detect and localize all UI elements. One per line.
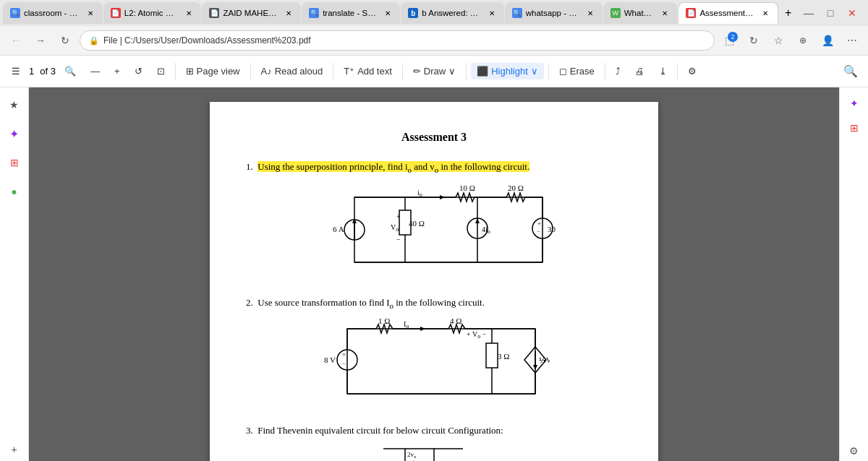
q2-text: Use source transformation to find Io in … (258, 297, 485, 308)
profile-icon[interactable]: 👤 (817, 30, 838, 51)
tab-close-4[interactable]: ✕ (383, 8, 393, 18)
print-button[interactable]: 🖨 (629, 63, 650, 79)
tab-label-2: L2: Atomic Spectr (124, 9, 179, 17)
tab-zaid[interactable]: 📄 ZAID MAHER MA ✕ (202, 2, 301, 24)
zoom-in-icon: + (114, 66, 120, 77)
svg-marker-24 (475, 218, 480, 223)
right-panel: ✦ ⊞ ⚙ (839, 87, 868, 461)
tab-close-2[interactable]: ✕ (184, 8, 194, 18)
tab-favicon-3: 📄 (209, 8, 219, 18)
tab-favicon-2: 📄 (111, 8, 121, 18)
svg-text:20 Ω: 20 Ω (508, 184, 524, 192)
sidebar-office-button[interactable]: ⊞ (3, 151, 26, 174)
question-3-text: 3. Find Thevenin equivalent circuit for … (246, 425, 622, 436)
tab-close-1[interactable]: ✕ (85, 8, 95, 18)
close-window-button[interactable]: ✕ (842, 3, 862, 23)
tab-label-3: ZAID MAHER MA (223, 9, 278, 17)
read-aloud-button[interactable]: A♪ Read aloud (255, 63, 329, 79)
browser-chrome: 🔍 classroom - Searc ✕ 📄 L2: Atomic Spect… (0, 0, 868, 56)
tab-whatsapp[interactable]: W WhatsApp ✕ (603, 2, 678, 24)
lock-icon: 🔒 (89, 36, 99, 46)
refresh-icon[interactable]: ↻ (744, 30, 764, 51)
q1-text-highlighted: Using the superposition principle, find … (258, 161, 529, 172)
tab-close-8[interactable]: ✕ (760, 8, 770, 18)
add-text-button[interactable]: T⁺ Add text (338, 63, 398, 79)
svg-text:Io: Io (404, 320, 409, 329)
tab-close-5[interactable]: ✕ (487, 8, 497, 18)
erase-label: Erase (570, 66, 595, 77)
star-icon[interactable]: ☆ (768, 30, 788, 51)
sidebar-toggle-button[interactable]: ☰ (6, 63, 26, 79)
more-icon[interactable]: ⋯ (842, 30, 862, 51)
print-icon: 🖨 (635, 66, 644, 77)
search-page-button[interactable]: 🔍 (59, 63, 82, 79)
copilot-icon[interactable]: ⊕ (793, 30, 813, 51)
more-tools-button[interactable]: ⚙ (682, 63, 702, 79)
tab-classroom[interactable]: 🔍 classroom - Searc ✕ (3, 2, 103, 24)
zoom-out-button[interactable]: — (85, 63, 106, 79)
new-tab-button[interactable]: + (779, 3, 797, 23)
sidebar-star-button[interactable]: ★ (3, 93, 26, 116)
search-icon: 🔍 (843, 64, 858, 78)
minimize-button[interactable]: — (799, 3, 819, 23)
address-input[interactable]: 🔒 File | C:/Users/User/Downloads/Assessm… (80, 30, 715, 51)
add-text-icon: T⁺ (344, 66, 354, 77)
tab-close-6[interactable]: ✕ (585, 8, 595, 18)
pdf-viewer[interactable]: Assessment 3 1. Using the superposition … (29, 87, 839, 461)
svg-text:+: + (537, 220, 541, 227)
tab-translate[interactable]: 🔍 translate - Search ✕ (302, 2, 400, 24)
circuit-2-container: + − 8 V 1 Ω Io (246, 318, 622, 405)
sidebar-extra-button[interactable]: ● (3, 180, 26, 203)
tab-assessment[interactable]: 📄 Assessment 3.pdf ✕ (678, 2, 778, 24)
right-office-button[interactable]: ⊞ (844, 118, 864, 138)
right-settings-button[interactable]: ⚙ (844, 441, 864, 461)
question-2: 2. Use source transformation to find Io … (246, 297, 622, 405)
tab-label-8: Assessment 3.pdf (699, 9, 755, 17)
svg-text:io: io (417, 189, 422, 198)
search-button[interactable]: 🔍 (839, 60, 862, 83)
svg-text:+: + (342, 350, 346, 358)
separator-1 (175, 63, 176, 80)
tab-close-3[interactable]: ✕ (284, 8, 294, 18)
q3-number: 3. (246, 425, 255, 436)
badge-count: 2 (728, 32, 738, 42)
separator-8 (677, 63, 678, 80)
sidebar-plus-button[interactable]: + (3, 438, 26, 461)
read-aloud-icon: A♪ (261, 66, 272, 77)
back-button[interactable]: ← (6, 30, 26, 51)
svg-text:30 V: 30 V (548, 225, 557, 233)
circuit-3-svg: 2vx + 2 Ω (326, 445, 542, 461)
save-button[interactable]: ⤓ (653, 63, 673, 79)
erase-button[interactable]: ◻ Erase (553, 63, 600, 79)
highlight-chevron-icon: ∨ (531, 66, 538, 77)
svg-text:−: − (342, 361, 346, 367)
tab-whatsapp-search[interactable]: 🔍 whatsapp - Searc ✕ (505, 2, 603, 24)
tab-answered[interactable]: b b Answered: 5. Obt ✕ (401, 2, 503, 24)
tab-l2[interactable]: 📄 L2: Atomic Spectr ✕ (103, 2, 202, 24)
sidebar-copilot-button[interactable]: ✦ (3, 122, 26, 145)
forward-button[interactable]: → (30, 30, 51, 51)
rotate-button[interactable]: ↺ (129, 63, 148, 79)
fit-button[interactable]: ⊡ (151, 63, 171, 79)
page-view-button[interactable]: ⊞ Page view (180, 63, 246, 79)
pdf-page: Assessment 3 1. Using the superposition … (210, 102, 658, 461)
zoom-in-button[interactable]: + (109, 63, 126, 79)
circuit-1-container: 6 A 40 Ω + Vo − io (246, 183, 622, 277)
svg-text:3 Ω: 3 Ω (498, 352, 509, 361)
circuit-2-svg: + − 8 V 1 Ω Io (318, 318, 550, 405)
svg-text:Vo: Vo (391, 223, 399, 233)
restore-button[interactable]: □ (820, 3, 841, 23)
tab-close-7[interactable]: ✕ (660, 8, 670, 18)
address-bar: ← → ↻ 🔒 File | C:/Users/User/Downloads/A… (0, 26, 868, 55)
highlight-button[interactable]: ⬛ Highlight ∨ (471, 63, 544, 79)
q1-number: 1. (246, 161, 255, 172)
badge-container: ⬚ 2 (719, 30, 739, 51)
refresh-button[interactable]: ↻ (55, 30, 75, 51)
svg-text:10 Ω: 10 Ω (459, 184, 475, 192)
q2-number: 2. (246, 297, 255, 308)
tab-favicon-6: 🔍 (512, 8, 522, 18)
right-star-button[interactable]: ✦ (844, 93, 864, 113)
svg-text:−: − (396, 236, 401, 244)
draw-button[interactable]: ✏ Draw ∨ (407, 63, 461, 79)
share-button[interactable]: ⤴ (610, 63, 626, 79)
